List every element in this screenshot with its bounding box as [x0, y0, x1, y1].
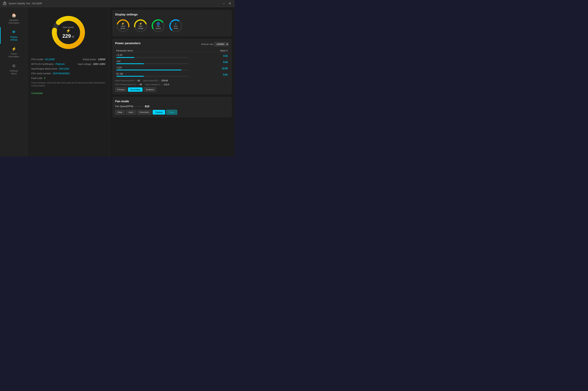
- fan-btn-clean[interactable]: Clean: [166, 110, 177, 114]
- sensor-freq: Input frequency(Hz) — 60: [115, 79, 140, 82]
- param-name-5vsb: 5V SB: [115, 72, 190, 78]
- sidebar-label-settings: Settings/About: [10, 69, 18, 75]
- title-bar: System Stability Tool - KE1300P − ✕: [0, 0, 235, 7]
- sensor-input-power: Input power(W) — 228.66: [143, 79, 168, 82]
- fan-speed-row: Fan Speed(RPM) — — — 810: [115, 105, 229, 108]
- minimize-button[interactable]: −: [222, 1, 226, 6]
- indicator-input-voltage[interactable]: ⚡ Inputvoltage: [133, 18, 148, 34]
- home-icon: 🏠: [11, 13, 16, 18]
- current-label: Input/Output MaxCurrent:: [31, 67, 58, 71]
- psu-model-row: PSU model: KE1300P Rated power: 1300W: [31, 57, 105, 62]
- col-param: Parameter items: [115, 49, 190, 53]
- title-bar-controls: − ✕: [222, 1, 232, 6]
- fan-buttons: Mute Auto Overclock Custom Clean: [115, 110, 229, 114]
- fan-panel: Fan mode Fan Speed(RPM) — — — 810 Mute A…: [113, 97, 232, 117]
- rated-power-label: Rated power:: [83, 57, 97, 62]
- rated-power-value: 1300W: [98, 57, 105, 62]
- sidebar-item-display[interactable]: 👁 Displaysettings: [0, 27, 27, 44]
- gear-icon: ⚙: [12, 64, 16, 68]
- sidebar: 🏠 HardwareInformation 👁 Displaysettings …: [0, 7, 27, 156]
- gauge-unit: W: [72, 35, 74, 38]
- param-value-12v: 12.00: [190, 65, 229, 72]
- display-settings-panel: Display settings ⚡ Inputpower: [113, 10, 232, 36]
- sidebar-item-settings[interactable]: ⚙ Settings/About: [0, 61, 27, 78]
- param-value-5v: 5.03: [190, 59, 229, 65]
- display-settings-title: Display settings: [115, 13, 229, 16]
- sensor-voltage: Input voltage(V) — 113.4: [145, 83, 169, 86]
- indicator-psu-temp[interactable]: 🌡 PSUTemp: [168, 18, 183, 34]
- connected-status: Connected: [31, 90, 105, 95]
- eye-icon: 👁: [12, 30, 16, 34]
- gauge-indicators: ⚡ Inputpower ⚡ Inp: [115, 18, 229, 34]
- fan-btn-auto[interactable]: Auto: [126, 110, 136, 114]
- voltage-value: 100V~240V: [93, 62, 105, 67]
- temp-buttons: Primary Secondary Ambient: [115, 87, 229, 92]
- power-indicator-label: Inputpower: [121, 25, 125, 29]
- app-logo-icon: [2, 1, 7, 6]
- sidebar-label-display: Displaysettings: [10, 36, 18, 41]
- title-bar-left: System Stability Tool - KE1300P: [2, 1, 42, 6]
- voltage-indicator-label: Inputvoltage: [138, 25, 143, 29]
- fan-btn-custom[interactable]: Custom: [153, 110, 165, 114]
- psu-details: PSU model: KE1300P Rated power: 1300W 80…: [31, 57, 105, 87]
- fault-row: Fault code: 0: [31, 76, 105, 81]
- fan-mode-title: Fan mode: [115, 99, 229, 103]
- power-indicator-icon: ⚡: [121, 22, 125, 25]
- gauge-value: 229: [62, 33, 71, 39]
- content: Input power ⚡ 229 W PSU model: KE1300: [27, 7, 235, 156]
- sidebar-label-hardware: HardwareInformation: [8, 19, 19, 24]
- current-row: Input/Output MaxCurrent: 20A/135A: [31, 67, 105, 71]
- indicator-inner-temp: 🌡 PSUTemp: [173, 22, 178, 29]
- indicator-fan-speed[interactable]: 🌀 FanSpeed: [150, 18, 166, 34]
- fault-note: Power breakage, restart and other fault …: [31, 81, 105, 87]
- temp-indicator-icon: 🌡: [173, 22, 178, 25]
- cert-label: 80 PLUS Certification:: [31, 62, 54, 67]
- gauge-center: Input power ⚡ 229 W: [62, 26, 74, 39]
- fan-speed-value: 810: [145, 105, 149, 108]
- psu-model-value: KE1300P: [45, 57, 55, 62]
- gauge-container: Input power ⚡ 229 W: [31, 11, 105, 54]
- param-name-5v: +5V: [115, 59, 190, 65]
- table-row: +12V 12.00: [115, 65, 229, 72]
- close-button[interactable]: ✕: [227, 1, 232, 6]
- indicator-input-power[interactable]: ⚡ Inputpower: [115, 18, 131, 34]
- gauge-bolt-icon: ⚡: [66, 28, 71, 33]
- temp-btn-secondary[interactable]: Secondary: [128, 87, 143, 92]
- fan-btn-mute[interactable]: Mute: [115, 110, 125, 114]
- refresh-rate-select[interactable]: 1000MS 500MS 2000MS: [214, 42, 229, 46]
- psu-model-label: PSU model:: [31, 57, 44, 62]
- window-title: System Stability Tool - KE1300P: [9, 2, 42, 5]
- param-value-3v3: 3.31: [190, 53, 229, 59]
- gauge-wrap: Input power ⚡ 229 W: [51, 15, 86, 50]
- fan-btn-overclock[interactable]: Overclock: [137, 110, 152, 114]
- fan-indicator-label: FanSpeed: [156, 25, 161, 29]
- cert-value: Platinum: [56, 62, 65, 67]
- sidebar-item-power[interactable]: ⚡ Powerinformation: [0, 44, 27, 61]
- right-panel: Display settings ⚡ Inputpower: [109, 7, 235, 156]
- sensor-data: Input frequency(Hz) — 60 Input power(W) …: [115, 79, 229, 82]
- current-value: 20A/135A: [59, 67, 69, 71]
- indicator-inner-fan: 🌀 FanSpeed: [156, 22, 161, 29]
- temp-btn-primary[interactable]: Primary: [115, 87, 127, 92]
- power-params-panel: Power parameters Refresh rate 1000MS 500…: [113, 39, 232, 94]
- sidebar-item-hardware[interactable]: 🏠 HardwareInformation: [0, 10, 27, 27]
- serial-row: PSU serial number: SGFA5N300001: [31, 71, 105, 76]
- voltage-label: Input voltage:: [78, 62, 92, 67]
- fan-speed-dashes: — — —: [135, 105, 143, 108]
- sensor-temp: PSU Temperature(℃) — 49: [115, 83, 142, 86]
- fault-value: 0: [44, 76, 45, 81]
- refresh-rate-control: Refresh rate 1000MS 500MS 2000MS: [201, 42, 229, 46]
- app-window: System Stability Tool - KE1300P − ✕ 🏠 Ha…: [0, 0, 235, 156]
- cert-row: 80 PLUS Certification: Platinum Input vo…: [31, 62, 105, 67]
- param-value-5vsb: 5.01: [190, 72, 229, 78]
- fan-speed-label: Fan Speed(RPM): [115, 105, 133, 108]
- voltage-indicator-icon: ⚡: [138, 22, 143, 25]
- sidebar-label-power: Powerinformation: [9, 52, 19, 58]
- sensor-data-2: PSU Temperature(℃) — 49 Input voltage(V)…: [115, 83, 229, 86]
- fault-label: Fault code:: [31, 76, 43, 81]
- psu-panel: Input power ⚡ 229 W PSU model: KE1300: [27, 7, 109, 156]
- refresh-rate-label: Refresh rate: [201, 43, 213, 45]
- serial-value: SGFA5N300001: [53, 71, 70, 76]
- indicator-inner-power: ⚡ Inputpower: [121, 22, 125, 29]
- temp-btn-ambient[interactable]: Ambient: [144, 87, 156, 92]
